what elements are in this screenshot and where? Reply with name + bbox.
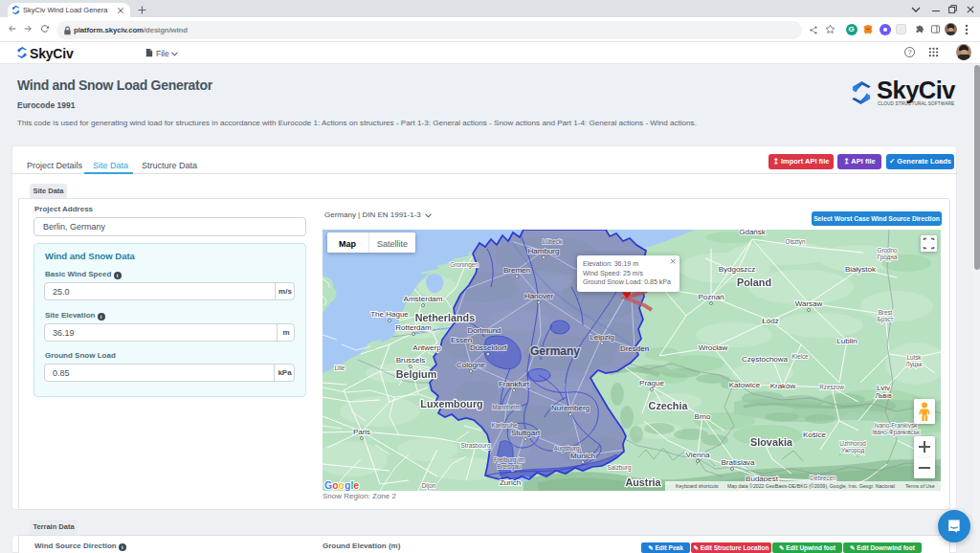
svg-text:Bydgoszcz: Bydgoszcz xyxy=(719,265,756,274)
svg-text:Germany: Germany xyxy=(530,344,580,358)
svg-text:Bremen: Bremen xyxy=(503,266,530,275)
svg-text:Prague: Prague xyxy=(639,379,664,387)
svg-text:Antwerp: Antwerp xyxy=(412,343,441,352)
svg-text:Košice: Košice xyxy=(803,431,827,439)
svg-text:Brno: Brno xyxy=(695,412,711,421)
svg-text:Slovakia: Slovakia xyxy=(750,436,793,448)
svg-text:Dijon: Dijon xyxy=(422,482,436,490)
svg-text:Gdańsk: Gdańsk xyxy=(739,230,767,236)
svg-text:Katowice: Katowice xyxy=(729,381,761,389)
svg-text:Lille: Lille xyxy=(334,365,345,371)
svg-text:Breisgau: Breisgau xyxy=(498,463,522,471)
svg-text:Augsburg: Augsburg xyxy=(554,445,580,453)
svg-text:Rzeszow: Rzeszow xyxy=(819,384,844,390)
svg-text:Austria: Austria xyxy=(625,476,661,488)
svg-text:Olsztyn: Olsztyn xyxy=(786,238,806,246)
svg-text:Brussels: Brussels xyxy=(396,356,426,365)
svg-text:Uzhhorod: Uzhhorod xyxy=(839,440,866,447)
svg-text:Zurich: Zurich xyxy=(500,478,521,487)
svg-text:Hamburg: Hamburg xyxy=(528,247,560,255)
svg-text:Essen: Essen xyxy=(451,336,472,344)
svg-text:Debrecen: Debrecen xyxy=(810,475,836,481)
svg-text:Frankfurt: Frankfurt xyxy=(499,380,530,388)
svg-text:Dortmund: Dortmund xyxy=(467,326,501,335)
svg-text:Ivano-Frankivsk: Ivano-Frankivsk xyxy=(875,422,918,429)
svg-text:Kielce: Kielce xyxy=(791,353,809,360)
svg-text:Lutsk: Lutsk xyxy=(906,354,922,361)
svg-text:Grodno: Grodno xyxy=(877,247,898,254)
svg-text:Dresden: Dresden xyxy=(620,344,649,353)
svg-text:Nuremberg: Nuremberg xyxy=(551,404,590,412)
svg-text:Map: Map xyxy=(339,239,357,249)
svg-text:Paris: Paris xyxy=(353,428,370,436)
svg-text:Kraków: Kraków xyxy=(770,382,796,390)
svg-text:Wind Speed: 25 m/s: Wind Speed: 25 m/s xyxy=(583,270,644,277)
svg-text:Vienna: Vienna xyxy=(686,451,710,459)
svg-text:Hanover: Hanover xyxy=(524,292,554,300)
svg-text:Satellite: Satellite xyxy=(377,239,408,249)
svg-text:Cologne: Cologne xyxy=(457,361,485,369)
svg-text:Belgium: Belgium xyxy=(396,368,437,380)
svg-text:Гродна: Гродна xyxy=(878,254,898,261)
svg-text:Bratislava: Bratislava xyxy=(721,458,755,467)
svg-text:Białystok: Białystok xyxy=(845,265,877,274)
svg-text:Luxembourg: Luxembourg xyxy=(420,398,482,409)
svg-text:Amsterdam: Amsterdam xyxy=(404,295,443,303)
svg-text:Google: Google xyxy=(324,479,359,491)
svg-text:Warsaw: Warsaw xyxy=(795,299,823,308)
svg-text:Strasbourg: Strasbourg xyxy=(461,442,491,450)
svg-text:Ужгород: Ужгород xyxy=(841,447,865,454)
svg-text:Львів: Львів xyxy=(875,392,892,399)
svg-text:Czechia: Czechia xyxy=(649,400,689,411)
svg-text:Salzburg: Salzburg xyxy=(608,464,632,472)
svg-text:Rotterdam: Rotterdam xyxy=(395,323,432,332)
svg-text:The Hague: The Hague xyxy=(370,310,409,319)
svg-text:Луцьк: Луцьк xyxy=(906,361,923,368)
svg-text:Брэст: Брэст xyxy=(878,316,894,323)
svg-text:Mannheim: Mannheim xyxy=(492,404,520,410)
svg-text:Lübeck: Lübeck xyxy=(543,238,563,245)
svg-text:Munich: Munich xyxy=(570,452,595,460)
svg-text:Lublin: Lublin xyxy=(836,337,857,345)
svg-text:Düsseldorf: Düsseldorf xyxy=(470,343,507,352)
svg-text:Łódź: Łódź xyxy=(762,317,778,325)
svg-text:Częstochowa: Częstochowa xyxy=(742,355,789,364)
svg-text:Terms of Use: Terms of Use xyxy=(905,483,935,489)
svg-text:Netherlands: Netherlands xyxy=(415,312,475,323)
svg-text:Groningen: Groningen xyxy=(450,261,479,269)
svg-text:Karlsruhe: Karlsruhe xyxy=(492,422,518,429)
svg-text:Brest: Brest xyxy=(879,309,893,316)
svg-text:Elevation: 36.19 m: Elevation: 36.19 m xyxy=(583,260,638,267)
svg-text:Stuttgart: Stuttgart xyxy=(511,429,541,437)
svg-text:Poland: Poland xyxy=(737,276,771,288)
svg-text:Lviv: Lviv xyxy=(877,384,890,392)
svg-text:Leipzig: Leipzig xyxy=(590,333,613,342)
svg-text:Map data ©2022 GeoBasis-DE/BKG: Map data ©2022 GeoBasis-DE/BKG (©2009), … xyxy=(727,483,895,489)
svg-text:Keyboard shortcuts: Keyboard shortcuts xyxy=(676,483,719,489)
svg-text:Ground Snow Load: 0.85 kPa: Ground Snow Load: 0.85 kPa xyxy=(583,278,671,285)
svg-text:Wrocław: Wrocław xyxy=(699,343,728,352)
svg-text:Poznań: Poznań xyxy=(698,293,724,301)
svg-text:Івано-Франківськ: Івано-Франківськ xyxy=(872,429,920,436)
